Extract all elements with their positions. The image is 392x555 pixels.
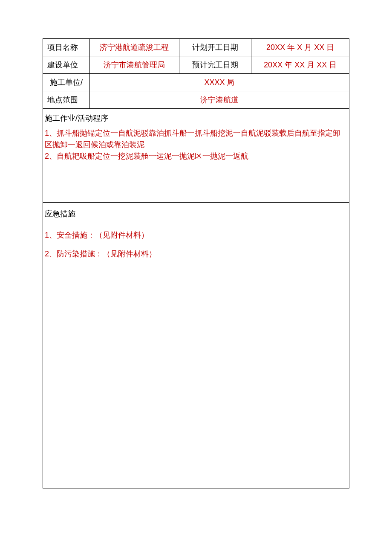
procedure-line-1: 1、抓斗船抛锚定位一自航泥驳靠泊抓斗船一抓斗船挖泥一自航泥驳装载后自航至指定卸区… [44, 128, 348, 151]
emergency-item-1: 1、安全措施：（见附件材料） [44, 227, 348, 246]
emergency-section: 应急措施 1、安全措施：（见附件材料） 2、防污染措施：（见附件材料） [43, 203, 349, 488]
value-builder: XXXX 局 [89, 74, 349, 91]
value-location: 济宁港航道 [89, 91, 349, 109]
emergency-item-2: 2、防污染措施：（见附件材料） [44, 246, 348, 265]
value-end-date: 20XX 年 XX 月 XX 日 [251, 56, 349, 74]
label-end-date: 预计完工日期 [179, 56, 251, 74]
value-start-date: 20XX 年 X 月 XX 日 [251, 39, 349, 56]
procedure-header: 施工作业/活动程序 [44, 112, 348, 128]
label-construction-unit: 建设单位 [43, 56, 90, 74]
label-builder: 施工单位/ [43, 74, 90, 91]
project-info-table: 项目名称 济宁港航道疏浚工程 计划开工日期 20XX 年 X 月 XX 日 建设… [43, 38, 349, 109]
emergency-header: 应急措施 [44, 208, 348, 227]
label-location: 地点范围 [43, 91, 90, 109]
table-row-project: 项目名称 济宁港航道疏浚工程 计划开工日期 20XX 年 X 月 XX 日 [43, 39, 349, 56]
value-construction-unit: 济宁市港航管理局 [89, 56, 179, 74]
table-row-builder: 施工单位/ XXXX 局 [43, 74, 349, 91]
value-project-name: 济宁港航道疏浚工程 [89, 39, 179, 56]
table-row-construction-unit: 建设单位 济宁市港航管理局 预计完工日期 20XX 年 XX 月 XX 日 [43, 56, 349, 74]
procedure-section: 施工作业/活动程序 1、抓斗船抛锚定位一自航泥驳靠泊抓斗船一抓斗船挖泥一自航泥驳… [43, 109, 349, 203]
label-start-date: 计划开工日期 [179, 39, 251, 56]
procedure-line-2: 2、自航耙吸船定位一挖泥装舱一运泥一抛泥区一抛泥一返航 [44, 151, 348, 162]
table-row-location: 地点范围 济宁港航道 [43, 91, 349, 109]
label-project-name: 项目名称 [43, 39, 90, 56]
